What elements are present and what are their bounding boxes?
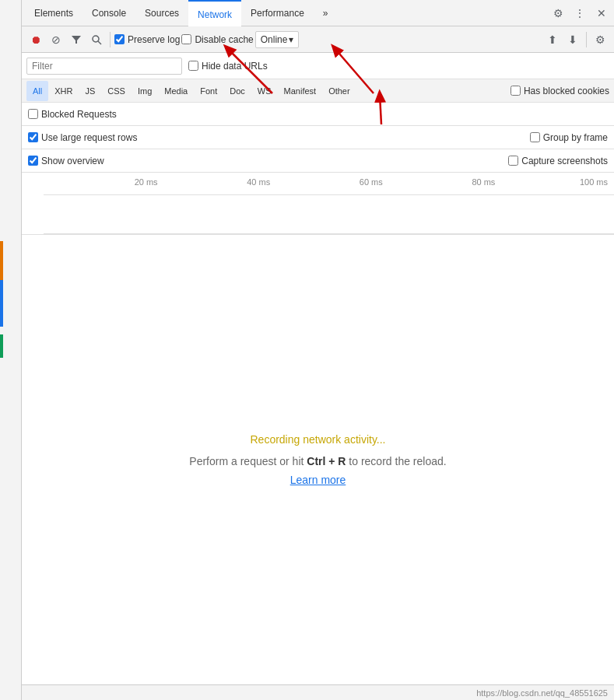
type-btn-ws[interactable]: WS [251, 81, 278, 101]
preserve-log-checkbox[interactable] [114, 34, 125, 44]
network-settings-button[interactable]: ⚙ [591, 30, 609, 49]
options-row-1: Blocked Requests [22, 103, 614, 126]
page-color-bar-orange [0, 241, 3, 280]
toolbar-divider-2 [586, 32, 587, 47]
more-icon-btn[interactable]: ⋮ [570, 4, 589, 23]
type-btn-manifest[interactable]: Manifest [278, 81, 323, 101]
online-label: Online [261, 34, 288, 45]
type-btn-img[interactable]: Img [132, 81, 158, 101]
type-btn-all[interactable]: All [26, 81, 48, 101]
capture-screenshots-label[interactable]: Capture screenshots [508, 156, 608, 166]
has-blocked-cookies-label[interactable]: Has blocked cookies [510, 86, 609, 96]
status-url: https://blog.csdn.net/qq_48551625 [476, 688, 608, 698]
options-row-2: Use large request rows Group by frame [22, 126, 614, 149]
svg-line-2 [98, 41, 101, 44]
import-har-button[interactable]: ⬆ [543, 30, 562, 49]
group-by-frame-checkbox[interactable] [530, 132, 540, 142]
tab-icons: ⚙ ⋮ ✕ [549, 4, 611, 23]
timeline-ruler: 20 ms 40 ms 60 ms 80 ms 100 ms [22, 173, 614, 187]
tab-sources[interactable]: Sources [135, 0, 188, 26]
instruction-text: Perform a request or hit Ctrl + R to rec… [189, 455, 446, 467]
instruction-shortcut: Ctrl + R [307, 455, 346, 467]
type-btn-font[interactable]: Font [194, 81, 223, 101]
filter-icon-btn[interactable] [67, 30, 86, 49]
show-overview-checkbox[interactable] [28, 156, 38, 166]
timeline-tick-4: 80 ms [383, 177, 496, 187]
status-bar: https://blog.csdn.net/qq_48551625 [22, 684, 614, 700]
blocked-requests-label[interactable]: Blocked Requests [28, 109, 117, 120]
show-overview-text: Show overview [41, 156, 104, 166]
search-button[interactable] [87, 30, 106, 49]
devtools-panel: Elements Console Sources Network Perform… [22, 0, 614, 700]
hide-data-urls-checkbox[interactable] [188, 61, 198, 71]
disable-cache-checkbox-label[interactable]: Disable cache [181, 34, 253, 45]
search-icon [91, 34, 102, 45]
hide-data-urls-text: Hide data URLs [202, 61, 268, 72]
recording-text: Recording network activity... [250, 433, 385, 446]
page-color-bar-green [0, 334, 3, 358]
disable-cache-checkbox[interactable] [181, 34, 191, 44]
large-rows-checkbox[interactable] [28, 132, 38, 142]
group-by-frame-label[interactable]: Group by frame [530, 132, 608, 143]
instruction-after: to record the reload. [346, 455, 446, 467]
timeline-mid-border [44, 194, 614, 195]
group-by-frame-text: Group by frame [543, 132, 608, 143]
preserve-log-label: Preserve log [128, 34, 180, 45]
tab-bar: Elements Console Sources Network Perform… [22, 0, 614, 26]
large-rows-text: Use large request rows [41, 132, 137, 143]
tab-network[interactable]: Network [188, 0, 241, 26]
tab-more[interactable]: » [314, 0, 338, 26]
sidebar-strip [0, 0, 22, 700]
preserve-log-checkbox-label[interactable]: Preserve log [114, 34, 180, 45]
filter-input[interactable] [26, 58, 182, 75]
options-row-3-right: Capture screenshots [508, 156, 608, 166]
timeline-tick-2: 40 ms [158, 177, 271, 187]
timeline-tick-1: 20 ms [45, 177, 158, 187]
timeline-bottom-border [44, 233, 614, 234]
svg-marker-0 [72, 36, 81, 44]
settings-icon-btn[interactable]: ⚙ [549, 4, 567, 23]
show-overview-label[interactable]: Show overview [28, 156, 104, 166]
blocked-requests-text: Blocked Requests [41, 109, 117, 120]
throttling-select[interactable]: Online ▾ [255, 31, 300, 48]
type-btn-doc[interactable]: Doc [223, 81, 251, 101]
filter-bar: Hide data URLs [22, 53, 614, 79]
options-row-2-right: Group by frame [530, 132, 608, 143]
hide-data-urls-label[interactable]: Hide data URLs [188, 61, 268, 72]
blocked-requests-checkbox[interactable] [28, 109, 38, 119]
type-btn-other[interactable]: Other [322, 81, 356, 101]
toolbar-divider-1 [110, 32, 111, 47]
svg-point-1 [93, 36, 99, 42]
chevron-down-icon: ▾ [289, 34, 293, 45]
type-filter-bar: All XHR JS CSS Img Media Font Doc WS Man… [22, 79, 614, 103]
capture-screenshots-text: Capture screenshots [521, 156, 608, 166]
close-icon-btn[interactable]: ✕ [592, 4, 611, 23]
has-blocked-cookies-text: Has blocked cookies [524, 86, 609, 96]
toolbar: ⏺ ⊘ Preserve log Disable cache Online ▾ [22, 26, 614, 53]
main-content: Recording network activity... Perform a … [22, 235, 614, 684]
has-blocked-cookies-checkbox[interactable] [510, 86, 521, 96]
type-btn-js[interactable]: JS [79, 81, 101, 101]
tab-performance[interactable]: Performance [241, 0, 314, 26]
type-btn-xhr[interactable]: XHR [48, 81, 79, 101]
instruction-before: Perform a request or hit [189, 455, 307, 467]
filter-icon [71, 34, 82, 45]
tab-elements[interactable]: Elements [25, 0, 82, 26]
export-har-button[interactable]: ⬇ [563, 30, 582, 49]
large-rows-label[interactable]: Use large request rows [28, 132, 137, 143]
clear-button[interactable]: ⊘ [47, 30, 65, 49]
learn-more-link[interactable]: Learn more [290, 474, 346, 486]
page-color-bar-blue [0, 280, 3, 327]
options-row-3: Show overview Capture screenshots [22, 149, 614, 173]
capture-screenshots-checkbox[interactable] [508, 156, 518, 166]
type-btn-css[interactable]: CSS [101, 81, 132, 101]
record-button[interactable]: ⏺ [26, 30, 45, 49]
timeline-tick-3: 60 ms [270, 177, 383, 187]
timeline-tick-5: 100 ms [495, 177, 608, 187]
timeline-bar: 20 ms 40 ms 60 ms 80 ms 100 ms [22, 173, 614, 235]
tab-console[interactable]: Console [82, 0, 135, 26]
disable-cache-label: Disable cache [195, 34, 253, 45]
type-btn-media[interactable]: Media [158, 81, 194, 101]
